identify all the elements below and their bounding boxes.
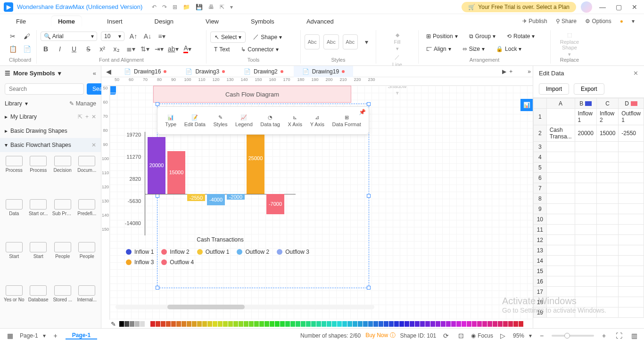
color-swatch[interactable]	[213, 321, 217, 327]
color-swatch[interactable]	[420, 321, 425, 327]
color-swatch[interactable]	[156, 321, 160, 327]
color-swatch[interactable]	[280, 321, 285, 327]
color-swatch[interactable]	[176, 321, 181, 327]
export-lib-icon[interactable]: ⇱	[78, 113, 83, 120]
bar-chart[interactable]: 19720112702820-5630-14080 2000015000-255…	[124, 132, 313, 240]
color-swatch[interactable]	[405, 321, 409, 327]
publish-button[interactable]: ✈ Publish	[522, 18, 547, 24]
underline-icon[interactable]: U	[69, 44, 79, 54]
manage-link[interactable]: ✎ Manage	[69, 100, 96, 107]
buy-now-link[interactable]: Buy Now ⓘ	[365, 331, 395, 339]
color-swatch[interactable]	[270, 321, 274, 327]
panels-icon[interactable]: ▥	[629, 331, 639, 341]
format-painter-icon[interactable]: 🖌	[22, 31, 32, 41]
cut-icon[interactable]: ✂	[8, 31, 18, 41]
subscript-icon[interactable]: x₂	[111, 44, 122, 54]
import-button[interactable]: Import	[539, 83, 569, 95]
color-swatch[interactable]	[399, 321, 404, 327]
color-swatch[interactable]	[503, 321, 508, 327]
open-icon[interactable]: 📁	[183, 4, 190, 10]
collapse-ribbon-icon[interactable]: ▾	[632, 18, 635, 24]
text-case-icon[interactable]: ab▾	[168, 44, 179, 54]
notifications-icon[interactable]: ●	[620, 18, 623, 24]
fullscreen-icon[interactable]: ⛶	[614, 331, 624, 341]
add-page-icon[interactable]: +	[50, 331, 61, 341]
indent-icon[interactable]: ⇥▾	[154, 44, 164, 54]
chart-bar[interactable]: -7000	[266, 194, 284, 214]
yaxis-button[interactable]: ⊿Y Axis	[310, 114, 324, 127]
color-swatch[interactable]	[259, 321, 264, 327]
color-swatch[interactable]	[150, 321, 155, 327]
color-swatch[interactable]	[207, 321, 212, 327]
zoom-in-icon[interactable]: +	[599, 331, 609, 341]
doc-tab-3[interactable]: 📄 Drawing2	[235, 66, 292, 77]
superscript-icon[interactable]: x²	[97, 44, 107, 54]
replace-shape-button[interactable]: ⬚Replace Shape ▾	[554, 31, 585, 53]
legend-item[interactable]: Inflow 3	[126, 259, 154, 266]
legend-item[interactable]: Outflow 2	[237, 249, 269, 255]
tab-home[interactable]: Home	[51, 16, 82, 27]
doc-tab-1[interactable]: 📄 Drawing16	[116, 66, 175, 77]
color-swatch[interactable]	[493, 321, 497, 327]
color-swatch[interactable]	[472, 321, 477, 327]
undo-icon[interactable]: ↶	[152, 4, 157, 10]
color-swatch[interactable]	[124, 321, 129, 327]
collapse-sidebar-icon[interactable]: «	[93, 70, 96, 77]
export-icon[interactable]: ⇱	[220, 4, 224, 10]
color-swatch[interactable]	[353, 321, 357, 327]
datatag-button[interactable]: ◔Data tag	[260, 114, 280, 127]
basic-flowchart-shapes[interactable]: ▾ Basic Flowchart Shapes✕	[0, 138, 101, 152]
lock-button[interactable]: 🔒 Lock▾	[492, 44, 525, 54]
tab-design[interactable]: Design	[148, 16, 180, 27]
xaxis-button[interactable]: ⊾X Axis	[288, 114, 302, 127]
color-swatch[interactable]	[218, 321, 223, 327]
chart-bar[interactable]: -2000	[227, 194, 245, 200]
doc-tab-4[interactable]: 📄 Drawing19	[294, 66, 353, 77]
shape-stencil[interactable]: Decision	[51, 156, 74, 195]
legend-item[interactable]: Outflow 3	[277, 249, 309, 255]
doc-tab-2[interactable]: 📄 Drawing3	[177, 66, 233, 77]
color-swatch[interactable]	[389, 321, 394, 327]
shape-stencil[interactable]: People	[76, 242, 99, 282]
shape-stencil[interactable]: Predefi...	[76, 199, 99, 239]
color-swatch[interactable]	[456, 321, 461, 327]
expand-panel-icon[interactable]: »	[528, 68, 531, 75]
color-swatch[interactable]	[264, 321, 269, 327]
legend-item[interactable]: Outflow 4	[161, 259, 194, 266]
shape-stencil[interactable]: Start	[3, 242, 25, 282]
data-grid[interactable]: ABCD1Inflow 1Inflow 2Outflow 12Cash Tran…	[533, 97, 644, 328]
color-swatch[interactable]	[342, 321, 347, 327]
color-swatch[interactable]	[166, 321, 171, 327]
color-swatch[interactable]	[451, 321, 456, 327]
color-swatch[interactable]	[363, 321, 368, 327]
export-button[interactable]: Export	[574, 83, 604, 95]
align-para-icon[interactable]: ≡▾	[157, 31, 167, 41]
color-swatch[interactable]	[415, 321, 420, 327]
legend-item[interactable]: Inflow 2	[161, 249, 189, 255]
color-swatch[interactable]	[233, 321, 238, 327]
refresh-icon[interactable]: ⟳	[441, 331, 451, 341]
rotate-button[interactable]: ⟲ Rotate▾	[503, 31, 538, 41]
copy-icon[interactable]: 📋	[8, 44, 18, 54]
shape-stencil[interactable]: Docum...	[76, 156, 99, 195]
new-icon[interactable]: ⊞	[173, 4, 177, 10]
chart-panel-toggle[interactable]: 📊	[520, 99, 533, 111]
close-panel-icon[interactable]: ✕	[633, 70, 638, 77]
shape-stencil[interactable]: Data	[3, 199, 25, 239]
color-swatch[interactable]	[171, 321, 176, 327]
search-input[interactable]	[5, 83, 84, 95]
color-swatch[interactable]	[332, 321, 337, 327]
chart-bar[interactable]: -4000	[207, 194, 225, 205]
focus-button[interactable]: ◉ Focus	[471, 332, 493, 339]
color-bar[interactable]: ✎	[101, 320, 533, 328]
canvas-scrollbar-h[interactable]	[116, 305, 374, 309]
tab-view[interactable]: View	[199, 16, 225, 27]
style-preset-3[interactable]: Abc	[343, 34, 358, 49]
shape-stencil[interactable]: Start or...	[27, 199, 50, 239]
tab-symbols[interactable]: Symbols	[244, 16, 281, 27]
dataformat-button[interactable]: ⊞Data Format	[332, 114, 361, 127]
color-swatch[interactable]	[290, 321, 295, 327]
zoom-out-icon[interactable]: −	[537, 331, 547, 341]
color-swatch[interactable]	[249, 321, 254, 327]
style-preset-1[interactable]: Abc	[305, 34, 320, 49]
